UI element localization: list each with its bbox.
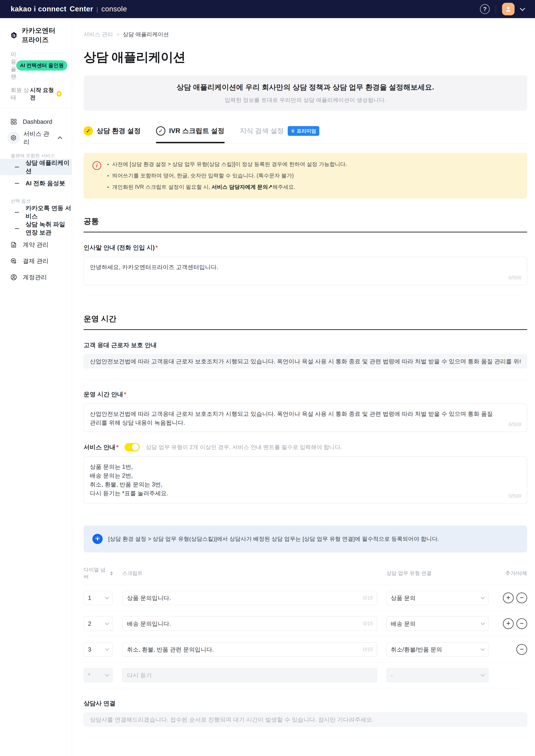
skill-link-select[interactable]: 배송 문의 — [386, 616, 489, 631]
remove-row-button[interactable]: − — [517, 618, 527, 629]
plan-label: 이용 플랜 — [11, 51, 16, 80]
service-guide-label: 서비스 안내* — [84, 443, 118, 451]
chevron-down-icon[interactable] — [520, 6, 525, 11]
service-guide-row: 서비스 안내* 상담 업무 유형이 2개 이상인 경우, 서비스 안내 멘트를 … — [84, 443, 527, 451]
sidebar-item-ai-voicebot[interactable]: AI 전화 음성봇 — [0, 175, 72, 191]
dash-icon — [15, 183, 19, 184]
skill-link-select[interactable]: 취소/환불/반품 문의 — [386, 642, 489, 657]
hero-subtitle: 입력한 정보를 토대로 우리만의 상담 애플리케이션이 생성됩니다. — [225, 97, 386, 104]
dial-number-select[interactable]: 3 — [84, 642, 113, 657]
dashboard-grid-icon — [10, 118, 17, 125]
tab-ivr-script-settings[interactable]: ✓ IVR 스크립트 설정 — [156, 126, 224, 143]
service-guide-toggle[interactable] — [125, 443, 140, 451]
sidebar-item-consult-application[interactable]: 상담 애플리케이션 — [0, 159, 72, 175]
chevron-down-icon — [105, 621, 109, 625]
chevron-down-icon — [105, 647, 109, 651]
tab-knowledge-search-settings[interactable]: 지식 검색 설정 ♛ 프리미엄 — [240, 126, 319, 143]
script-input[interactable] — [122, 642, 377, 657]
account-person-icon — [10, 274, 17, 281]
tab-label: 상담 환경 설정 — [97, 126, 141, 136]
company-name: 카카오엔터프라이즈 — [22, 26, 62, 44]
status-dot-icon — [57, 91, 62, 97]
info-banner-skill-link: [상담 환경 설정 > 상담 업무 유형(상담스킬)]에서 상담사가 배정된 상… — [84, 525, 527, 552]
tab-consult-env-settings[interactable]: ✓ 상담 환경 설정 — [84, 126, 141, 143]
document-icon — [10, 241, 17, 248]
help-icon[interactable]: ? — [480, 4, 490, 14]
top-navigation-bar: kakao i connect Center | console ? — [0, 0, 535, 18]
sidebar-item-label: 계정관리 — [23, 273, 47, 281]
operating-hours-textarea[interactable]: 산업안전보건법에 따라 고객응대 근로자 보호조치가 시행되고 있습니다. 폭언… — [90, 409, 494, 426]
sidebar-menu: Dashbaord 서비스 관리 플랜에 포함된 서비스 상담 애플리케이션 — [0, 108, 72, 294]
col-header-script: 스크립트 — [122, 570, 377, 577]
notice-bullet-1: • 사전에 [상담 환경 설정 > 상담 업무 유형(상담 스킬)]이 정상 등… — [107, 160, 347, 168]
ivr-script-table: 다이얼 넘버 스크립트 상담 업무 유형 연결 추가/삭제 1 0/15 상품 … — [84, 566, 527, 688]
logo-text-kakao: kakao i connect — [11, 5, 67, 13]
warning-notice-box: i • 사전에 [상담 환경 설정 > 상담 업무 유형(상담 스킬)]이 정상… — [84, 153, 527, 199]
remove-row-button[interactable]: − — [517, 644, 527, 655]
dash-icon — [15, 167, 19, 167]
contact-manager-link[interactable]: 서비스 담당자에게 문의↗ — [211, 184, 272, 190]
info-icon: i — [93, 161, 101, 170]
chevron-down-icon — [481, 647, 485, 651]
sidebar-item-recording-retention[interactable]: 상담 녹취 파일 연장 보관 — [0, 220, 72, 237]
body-wrap: 카카오엔터프라이즈 이용 플랜 AI 컨택센터 올인원 회원 상태 시작 요청 … — [0, 18, 535, 756]
premium-badge: ♛ 프리미엄 — [288, 126, 319, 136]
info-banner-text: [상담 환경 설정 > 상담 업무 유형(상담스킬)]에서 상담사가 배정된 상… — [108, 535, 439, 543]
greeting-textarea[interactable]: 안녕하세요, 카카오엔터프라이즈 고객센터입니다. — [90, 263, 494, 279]
agent-connect-label: 상담사 연결 — [84, 699, 527, 708]
tab-label: IVR 스크립트 설정 — [169, 126, 224, 136]
sidebar-item-service-management[interactable]: 서비스 관리 — [0, 130, 72, 146]
add-row-button[interactable]: + — [503, 618, 514, 629]
worker-protection-label: 고객 응대 근로자 보호 안내 — [84, 341, 527, 349]
worker-protection-input — [84, 354, 527, 368]
avatar[interactable] — [502, 3, 515, 15]
check-circle-filled-icon: ✓ — [84, 126, 93, 136]
char-counter: 0/500 — [509, 421, 521, 428]
sidebar-item-contract-management[interactable]: 계약 관리 — [0, 237, 72, 253]
dial-number-select[interactable]: 1 — [84, 591, 113, 605]
sidebar: 카카오엔터프라이즈 이용 플랜 AI 컨택센터 올인원 회원 상태 시작 요청 … — [0, 18, 72, 756]
company-block: 카카오엔터프라이즈 — [0, 26, 72, 44]
plan-badge: AI 컨택센터 올인원 — [16, 60, 67, 70]
script-input[interactable] — [122, 616, 377, 631]
greeting-textarea-wrap: 안녕하세요, 카카오엔터프라이즈 고객센터입니다. 0/500 — [84, 257, 527, 285]
remove-row-button[interactable]: − — [517, 593, 527, 603]
section-heading-common: 공통 — [84, 216, 527, 227]
chevron-down-icon — [105, 595, 109, 599]
won-coin-icon — [10, 258, 17, 265]
dash-icon — [15, 228, 19, 229]
sidebar-item-label: 카카오톡 연동 서비스 — [26, 204, 72, 220]
sort-icon[interactable] — [110, 572, 113, 575]
sidebar-item-label: AI 전화 음성봇 — [26, 179, 65, 187]
chevron-down-icon — [105, 673, 109, 677]
status-value: 시작 요청 전 — [30, 86, 54, 101]
operating-hours-textarea-wrap: 산업안전보건법에 따라 고객응대 근로자 보호조치가 시행되고 있습니다. 폭언… — [84, 404, 527, 432]
breadcrumb-parent[interactable]: 서비스 관리 — [84, 31, 113, 38]
chevron-down-icon — [481, 595, 485, 599]
dial-number-select: * — [84, 668, 113, 683]
notice-bullet-3: • 개인화된 IVR 스크립트 설정이 필요할 시, 서비스 담당자에게 문의↗… — [107, 183, 347, 191]
sidebar-item-dashboard[interactable]: Dashbaord — [0, 114, 72, 130]
section-heading-offhours: 비운영 시간 — [84, 755, 527, 756]
table-row: 1 0/15 상품 문의 + − — [84, 585, 527, 611]
skill-link-select[interactable]: 상품 문의 — [386, 591, 489, 605]
sidebar-item-account-management[interactable]: 계정관리 — [0, 269, 72, 285]
script-input — [122, 668, 377, 683]
service-guide-textarea[interactable]: 상품 문의는 1번, 배송 문의는 2번, 취소, 환불, 반품 문의는 3번,… — [90, 462, 494, 497]
col-header-dial-number: 다이얼 넘버 — [84, 566, 108, 580]
chevron-up-icon[interactable] — [58, 136, 62, 141]
sidebar-item-payment-management[interactable]: 결제 관리 — [0, 253, 72, 269]
char-counter: 0/15 — [363, 621, 373, 627]
premium-badge-label: 프리미엄 — [297, 128, 316, 134]
required-mark: * — [155, 244, 158, 251]
script-input[interactable] — [122, 591, 377, 605]
main-content: 서비스 관리 > 상담 애플리케이션 상담 애플리케이션 상담 애플리케이션에 … — [72, 18, 535, 756]
dial-number-select[interactable]: 2 — [84, 616, 113, 631]
toggle-knob — [132, 444, 139, 451]
add-row-button[interactable]: + — [503, 593, 514, 603]
sidebar-item-label: 상담 애플리케이션 — [26, 159, 72, 175]
sidebar-item-label: Dashbaord — [23, 118, 52, 126]
char-counter: 0/15 — [363, 646, 373, 653]
sidebar-item-kakao-link-service[interactable]: 카카오톡 연동 서비스 — [0, 204, 72, 220]
table-row-fixed: * - — [84, 662, 527, 688]
